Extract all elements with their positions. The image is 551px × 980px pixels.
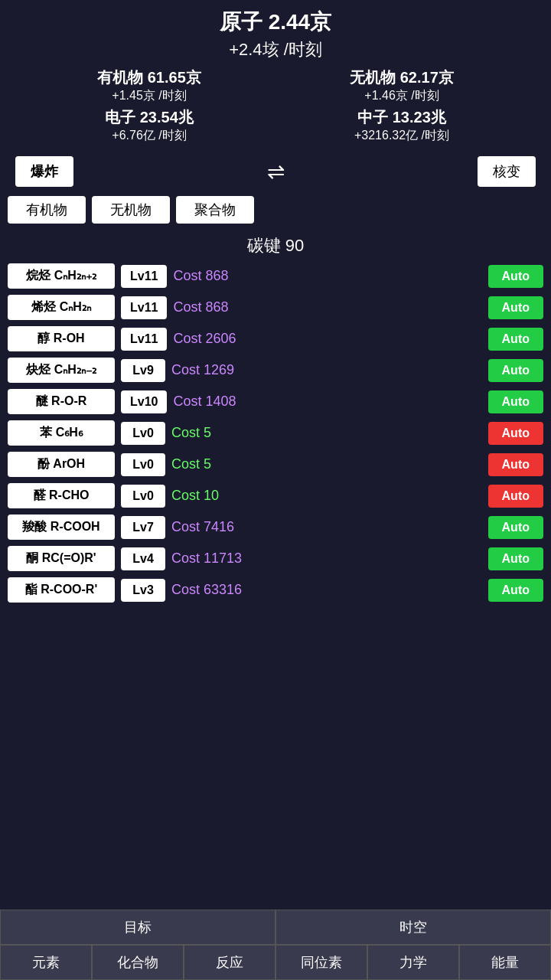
- bottom-row2: 元素化合物反应同位素力学能量: [0, 945, 551, 980]
- electron-rate: +6.76亿 /时刻: [23, 128, 276, 144]
- bottom-nav-button[interactable]: 能量: [459, 945, 551, 980]
- organic-val: 有机物 61.65京: [23, 67, 276, 88]
- stats-row-1: 有机物 61.65京 +1.45京 /时刻 无机物 62.17京 +1.46京 …: [15, 67, 536, 104]
- bottom-nav-button[interactable]: 反应: [184, 945, 276, 980]
- level-badge: Lv9: [121, 359, 165, 382]
- compound-row: 酯 R-COO-R'Lv3Cost 63316Auto: [8, 577, 543, 603]
- atom-count: 原子 2.44京: [15, 8, 536, 37]
- cost-text: Cost 10: [171, 488, 482, 504]
- compound-row: 醛 R-CHOLv0Cost 10Auto: [8, 483, 543, 508]
- stats-row-2: 电子 23.54兆 +6.76亿 /时刻 中子 13.23兆 +3216.32亿…: [15, 107, 536, 144]
- compound-name[interactable]: 醇 R-OH: [8, 326, 115, 351]
- compound-row: 羧酸 R-COOHLv7Cost 7416Auto: [8, 514, 543, 540]
- level-badge: Lv4: [121, 547, 165, 570]
- bottom-nav-button[interactable]: 化合物: [92, 945, 184, 980]
- tab-inorganic[interactable]: 无机物: [92, 196, 170, 224]
- level-badge: Lv0: [121, 453, 165, 476]
- auto-button[interactable]: Auto: [488, 296, 543, 319]
- level-badge: Lv3: [121, 579, 165, 602]
- neutron-rate: +3216.32亿 /时刻: [276, 128, 528, 144]
- level-badge: Lv7: [121, 516, 165, 539]
- cost-text: Cost 7416: [171, 519, 482, 535]
- shuffle-icon[interactable]: ⇌: [267, 159, 285, 185]
- level-badge: Lv11: [121, 296, 167, 319]
- auto-button[interactable]: Auto: [488, 453, 543, 476]
- cost-text: Cost 11713: [171, 550, 482, 567]
- header-controls: 爆炸 ⇌ 核变: [0, 152, 551, 191]
- compound-name[interactable]: 酯 R-COO-R': [8, 577, 115, 603]
- inorganic-rate: +1.46京 /时刻: [276, 88, 528, 104]
- level-badge: Lv10: [121, 390, 167, 413]
- bottom-nav: 目标时空 元素化合物反应同位素力学能量: [0, 910, 551, 980]
- cost-text: Cost 5: [171, 425, 482, 441]
- auto-button[interactable]: Auto: [488, 485, 543, 508]
- compound-name[interactable]: 苯 C₆H₆: [8, 420, 115, 446]
- auto-button[interactable]: Auto: [488, 516, 543, 539]
- compound-name[interactable]: 烷烃 CₙH₂ₙ₊₂: [8, 263, 115, 289]
- bottom-nav-button[interactable]: 同位素: [276, 945, 367, 980]
- cost-text: Cost 868: [173, 268, 481, 284]
- auto-button[interactable]: Auto: [488, 265, 543, 288]
- compound-row: 炔烃 CₙH₂ₙ₋₂Lv9Cost 1269Auto: [8, 358, 543, 383]
- compound-name[interactable]: 炔烃 CₙH₂ₙ₋₂: [8, 358, 115, 383]
- neutron-val: 中子 13.23兆: [276, 107, 528, 128]
- inorganic-block: 无机物 62.17京 +1.46京 /时刻: [276, 67, 528, 104]
- auto-button[interactable]: Auto: [488, 547, 543, 570]
- compound-row: 苯 C₆H₆Lv0Cost 5Auto: [8, 420, 543, 446]
- atom-rate: +2.4垓 /时刻: [15, 38, 536, 61]
- carbon-header: 碳键 90: [0, 228, 551, 263]
- compound-name[interactable]: 羧酸 R-COOH: [8, 514, 115, 540]
- compound-list: 烷烃 CₙH₂ₙ₊₂Lv11Cost 868Auto烯烃 CₙH₂ₙLv11Co…: [0, 263, 551, 603]
- top-stats: 原子 2.44京 +2.4垓 /时刻 有机物 61.65京 +1.45京 /时刻…: [0, 0, 551, 152]
- cost-text: Cost 1269: [171, 362, 482, 378]
- level-badge: Lv11: [121, 328, 167, 351]
- level-badge: Lv0: [121, 422, 165, 445]
- tab-bar: 有机物 无机物 聚合物: [0, 191, 551, 228]
- compound-row: 烷烃 CₙH₂ₙ₊₂Lv11Cost 868Auto: [8, 263, 543, 289]
- compound-row: 醚 R-O-RLv10Cost 1408Auto: [8, 389, 543, 414]
- compound-name[interactable]: 醛 R-CHO: [8, 483, 115, 508]
- cost-text: Cost 5: [171, 456, 482, 472]
- compound-name[interactable]: 酮 RC(=O)R': [8, 546, 115, 571]
- bottom-nav-button[interactable]: 元素: [0, 945, 92, 980]
- compound-row: 酮 RC(=O)R'Lv4Cost 11713Auto: [8, 546, 543, 571]
- explode-button[interactable]: 爆炸: [15, 156, 73, 187]
- level-badge: Lv11: [121, 265, 167, 288]
- compound-row: 醇 R-OHLv11Cost 2606Auto: [8, 326, 543, 351]
- organic-rate: +1.45京 /时刻: [23, 88, 276, 104]
- tab-organic[interactable]: 有机物: [8, 196, 86, 224]
- cost-text: Cost 1408: [173, 394, 481, 410]
- level-badge: Lv0: [121, 485, 165, 508]
- auto-button[interactable]: Auto: [488, 359, 543, 382]
- electron-block: 电子 23.54兆 +6.76亿 /时刻: [23, 107, 276, 144]
- inorganic-val: 无机物 62.17京: [276, 67, 528, 88]
- neutron-block: 中子 13.23兆 +3216.32亿 /时刻: [276, 107, 528, 144]
- electron-val: 电子 23.54兆: [23, 107, 276, 128]
- bottom-nav-button[interactable]: 目标: [0, 910, 276, 945]
- compound-row: 酚 ArOHLv0Cost 5Auto: [8, 452, 543, 477]
- nuclei-button[interactable]: 核变: [478, 156, 536, 187]
- bottom-row1: 目标时空: [0, 910, 551, 945]
- bottom-nav-button[interactable]: 时空: [276, 910, 551, 945]
- auto-button[interactable]: Auto: [488, 422, 543, 445]
- tab-polymer[interactable]: 聚合物: [176, 196, 254, 224]
- auto-button[interactable]: Auto: [488, 390, 543, 413]
- compound-name[interactable]: 醚 R-O-R: [8, 389, 115, 414]
- bottom-nav-button[interactable]: 力学: [367, 945, 459, 980]
- compound-row: 烯烃 CₙH₂ₙLv11Cost 868Auto: [8, 295, 543, 320]
- organic-block: 有机物 61.65京 +1.45京 /时刻: [23, 67, 276, 104]
- auto-button[interactable]: Auto: [488, 328, 543, 351]
- cost-text: Cost 868: [173, 299, 481, 315]
- cost-text: Cost 2606: [173, 331, 481, 347]
- compound-name[interactable]: 酚 ArOH: [8, 452, 115, 477]
- compound-name[interactable]: 烯烃 CₙH₂ₙ: [8, 295, 115, 320]
- cost-text: Cost 63316: [171, 582, 482, 598]
- auto-button[interactable]: Auto: [488, 579, 543, 602]
